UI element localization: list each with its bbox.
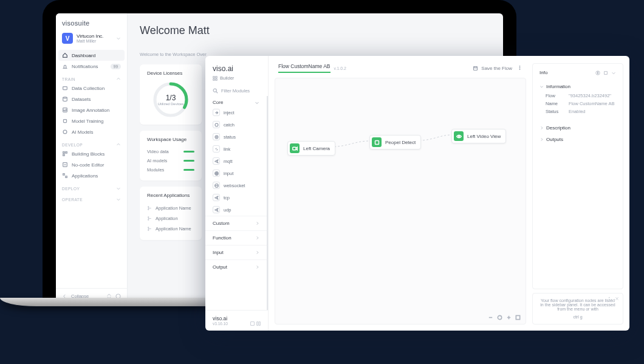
svg-rect-0 xyxy=(63,87,67,90)
app-icon xyxy=(147,205,152,211)
app-version: v3.16.10 xyxy=(213,321,228,326)
home-icon xyxy=(62,52,68,58)
chevron-up-icon xyxy=(116,142,121,147)
info-flow-status: Enabled xyxy=(569,109,616,114)
svg-rect-41 xyxy=(516,315,519,319)
palette-node-catch[interactable]: catch xyxy=(205,118,267,131)
node-left-video-view[interactable]: Left Video View xyxy=(451,129,506,143)
card-title: Recent Applications xyxy=(147,193,194,198)
palette-node-mqtt[interactable]: mqtt xyxy=(205,155,267,167)
close-icon[interactable] xyxy=(615,297,619,301)
sidebar-item-notifications[interactable]: Notifications 99 xyxy=(56,61,127,72)
usage-row: AI models xyxy=(147,156,194,165)
palette-node-tcp[interactable]: tcp xyxy=(205,191,267,204)
sidebar-item-no-code-editor[interactable]: No-code Editor xyxy=(56,159,127,170)
globe-icon xyxy=(214,171,219,176)
palette-node-link[interactable]: link xyxy=(205,143,267,155)
usage-row: Video data xyxy=(147,147,194,156)
sidebar-item-ai-models[interactable]: AI Models xyxy=(56,126,127,137)
catch-icon xyxy=(214,123,219,127)
expand-icon[interactable] xyxy=(608,297,612,301)
svg-point-1 xyxy=(63,97,67,98)
search-icon xyxy=(213,88,218,94)
chevron-down-icon xyxy=(116,186,121,191)
device-count: 1/3 xyxy=(166,94,176,102)
layout-icon[interactable] xyxy=(256,321,261,326)
svg-rect-3 xyxy=(64,120,67,123)
svg-rect-21 xyxy=(216,76,217,77)
svg-point-24 xyxy=(213,89,216,92)
sidebar-item-model-training[interactable]: Model Training xyxy=(56,115,127,126)
palette-group-custom[interactable]: Custom xyxy=(205,216,267,230)
sidebar-item-datasets[interactable]: Datasets xyxy=(56,94,127,105)
fit-icon[interactable] xyxy=(515,315,521,320)
info-section-outputs[interactable]: Outputs xyxy=(540,133,616,145)
chip-icon xyxy=(62,118,68,124)
palette-group-core[interactable]: Core xyxy=(205,96,267,106)
palette-node-websocket[interactable]: websocket xyxy=(205,179,267,191)
apps-icon xyxy=(62,173,68,179)
chevron-down-icon[interactable] xyxy=(611,70,616,75)
card-title: Workspace Usage xyxy=(147,137,194,142)
section-train[interactable]: TRAIN xyxy=(56,72,127,83)
section-develop[interactable]: DEVELOP xyxy=(56,137,127,148)
workspace-usage-card: Workspace Usage Video data AI models Mod… xyxy=(140,131,202,180)
sidebar-item-dashboard[interactable]: Dashboard xyxy=(58,50,125,61)
palette-group-input[interactable]: Input xyxy=(205,245,267,259)
flow-version: v.1.0.2 xyxy=(334,66,347,70)
svg-rect-23 xyxy=(216,78,217,80)
device-licenses-card: Device Licenses 1/3 Utilized Devices xyxy=(140,64,202,125)
node-left-camera[interactable]: Left Camera xyxy=(287,141,335,156)
filter-modules[interactable]: Filter Modules xyxy=(205,83,268,96)
flow-canvas[interactable]: Left Camera Peopel Detect Left Video Vie… xyxy=(275,78,526,325)
section-operate[interactable]: OPERATE xyxy=(56,192,127,203)
visosuite-logo: visosuite xyxy=(56,13,127,30)
info-section-description[interactable]: Description xyxy=(540,122,616,133)
palette-node-udp[interactable]: udp xyxy=(205,204,267,216)
svg-rect-30 xyxy=(251,322,255,326)
book-icon[interactable] xyxy=(603,70,608,75)
node-people-detect[interactable]: Peopel Detect xyxy=(369,135,421,149)
blocks-icon xyxy=(62,151,68,157)
palette-group-output[interactable]: Output xyxy=(205,259,267,274)
palette-node-input[interactable]: input xyxy=(205,167,267,179)
page-title: Welcome Matt xyxy=(140,24,491,37)
sidebar-item-building-blocks[interactable]: Building Blocks xyxy=(56,148,127,159)
save-flow-button[interactable]: Save the Flow xyxy=(473,66,512,71)
svg-point-27 xyxy=(216,136,216,137)
zoom-controls xyxy=(488,315,521,320)
viso-logo: viso.ai xyxy=(213,64,261,73)
svg-point-39 xyxy=(458,136,459,137)
app-icon xyxy=(147,216,152,221)
recent-app[interactable]: Application Name xyxy=(147,224,194,234)
svg-point-40 xyxy=(498,315,501,319)
zoom-out-icon[interactable] xyxy=(488,315,493,320)
info-section-information[interactable]: Information xyxy=(540,80,616,92)
section-deploy[interactable]: DEPLOY xyxy=(56,181,127,192)
recent-app[interactable]: Application xyxy=(147,213,194,224)
sidebar-item-image-annotation[interactable]: Image Annotation xyxy=(56,105,127,115)
sidebar-item-applications[interactable]: Applications xyxy=(56,170,127,181)
zoom-icon[interactable] xyxy=(250,321,255,326)
svg-rect-44 xyxy=(598,72,598,72)
more-menu[interactable] xyxy=(517,65,522,72)
palette-node-status[interactable]: status xyxy=(205,131,267,143)
app-icon xyxy=(147,226,152,232)
card-title: Device Licenses xyxy=(147,70,194,76)
sidebar-item-data-collection[interactable]: Data Collection xyxy=(56,83,127,94)
recent-app[interactable]: Application Name xyxy=(147,203,194,213)
palette-group-function[interactable]: Function xyxy=(205,230,267,245)
notification-badge: 99 xyxy=(111,64,121,69)
hint-shortcut: ctrl g xyxy=(539,315,617,319)
org-switcher[interactable]: V Virtucon Inc. Matt Miller xyxy=(56,30,127,50)
info-icon[interactable] xyxy=(595,70,600,75)
chevron-down-icon xyxy=(116,197,121,202)
flow-tab[interactable]: Flow CustomName AB xyxy=(278,63,331,73)
svg-point-35 xyxy=(519,67,521,68)
palette-node-inject[interactable]: inject xyxy=(205,106,267,118)
usage-bar xyxy=(183,151,194,153)
chevron-down-icon xyxy=(540,84,544,89)
sidebar-item-label: Dashboard xyxy=(72,53,95,58)
zoom-reset-icon[interactable] xyxy=(497,315,502,320)
zoom-in-icon[interactable] xyxy=(506,315,512,320)
